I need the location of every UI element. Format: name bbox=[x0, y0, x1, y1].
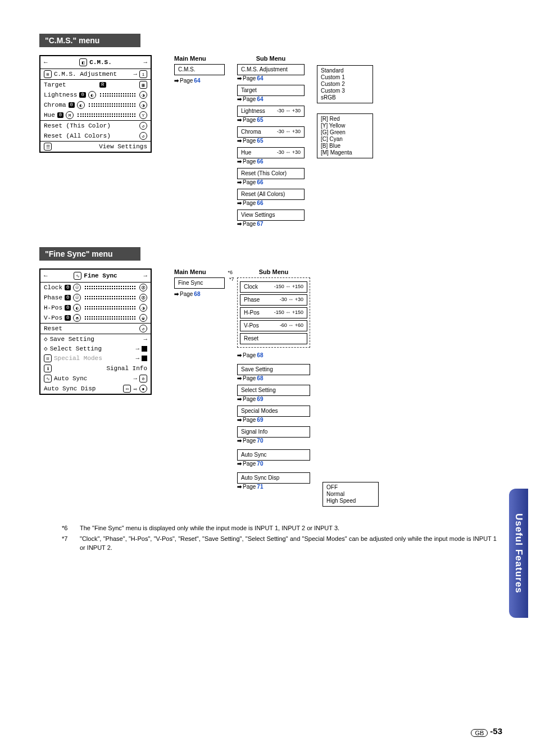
page-number: -53 bbox=[490, 726, 502, 736]
sub-box: Chroma-30 ↔ +30 bbox=[237, 126, 305, 138]
footnotes: *6The "Fine Sync" menu is displayed only… bbox=[62, 523, 497, 553]
cms-tree: Main Menu C.M.S. ➡Page 64 Sub Menu C.M.S… bbox=[174, 55, 373, 230]
page-link[interactable]: 67 bbox=[257, 221, 263, 227]
page-link[interactable]: 68 bbox=[194, 291, 200, 297]
select-setting-row: Select Setting bbox=[50, 345, 134, 352]
save-setting-row: Save Setting bbox=[50, 336, 142, 343]
vpos-value: 0 bbox=[65, 315, 71, 321]
sub-box: Auto Sync Disp bbox=[237, 472, 310, 484]
reset-icon: ↺ bbox=[139, 132, 147, 140]
signal-info-row: Signal Info bbox=[106, 365, 147, 372]
page-link[interactable]: 68 bbox=[257, 352, 263, 358]
lightness-label: Lightness bbox=[44, 92, 77, 98]
cms-adjustment-row: C.M.S. Adjustment bbox=[54, 71, 131, 78]
dec-icon: ⦾ bbox=[73, 294, 81, 302]
hpos-label: H-Pos bbox=[44, 304, 62, 311]
finesync-menu-heading: "Fine Sync" menu bbox=[39, 247, 140, 261]
finesync-osd: ← ∿Fine Sync → Clock0⦾⦿ Phase0⦾⦿ H-Pos0◐… bbox=[39, 268, 152, 395]
sub-box: H-Pos-150 ↔ +150 bbox=[240, 307, 307, 318]
arrow-right-icon: → bbox=[135, 345, 139, 352]
page-link[interactable]: 66 bbox=[257, 158, 263, 165]
on-icon: ● bbox=[139, 385, 147, 393]
phase-label: Phase bbox=[44, 294, 62, 301]
sub-box: Reset (This Color) bbox=[237, 168, 305, 179]
inc-icon: ◑ bbox=[139, 101, 147, 109]
page-link[interactable]: 64 bbox=[194, 78, 200, 84]
sub-box: Auto Sync bbox=[237, 449, 310, 461]
reset-icon: ↺ bbox=[139, 325, 147, 333]
modes-icon: ⊡ bbox=[44, 354, 52, 362]
sub-menu-heading: Sub Menu bbox=[237, 268, 310, 275]
section-tab: Useful Features bbox=[509, 489, 528, 618]
sub-box: View Settings bbox=[237, 210, 305, 221]
info-icon: ℹ bbox=[44, 365, 52, 372]
sub-box: Special Modes bbox=[237, 406, 310, 417]
clock-label: Clock bbox=[44, 284, 62, 291]
dec-icon: ◐ bbox=[77, 101, 85, 109]
inc-icon: Y bbox=[139, 111, 147, 119]
page-label: Page bbox=[243, 352, 256, 358]
sub-box: Lightness-30 ↔ +30 bbox=[237, 106, 305, 117]
osd-title: C.M.S. bbox=[89, 59, 112, 66]
page-link[interactable]: 66 bbox=[257, 200, 263, 206]
inc-icon: ◑ bbox=[139, 91, 147, 99]
sub-box: Hue-30 ↔ +30 bbox=[237, 147, 305, 158]
locale-badge: GB bbox=[471, 729, 488, 737]
phase-value: 0 bbox=[65, 295, 71, 300]
vpos-label: V-Pos bbox=[44, 315, 62, 321]
sub-box: Target bbox=[237, 85, 305, 96]
mode-indicator: 1 bbox=[139, 70, 147, 78]
finesync-tree: Main Menu Fine Sync ➡Page 68 *6 Sub Menu… bbox=[174, 268, 379, 507]
osd-title: Fine Sync bbox=[84, 272, 117, 279]
special-modes-row: Special Modes bbox=[54, 355, 133, 362]
page-label: Page bbox=[180, 78, 193, 84]
sub-box: C.M.S. Adjustment bbox=[237, 64, 305, 75]
sub-box: Save Setting bbox=[237, 364, 310, 375]
palette-icon: ▦ bbox=[139, 81, 147, 89]
adjust-icon: ⊞ bbox=[44, 70, 52, 78]
inc-icon: ◑ bbox=[139, 304, 147, 312]
sub-menu-heading: Sub Menu bbox=[237, 55, 305, 62]
arrow-right-icon: → bbox=[133, 375, 137, 382]
off-icon: ⊘ bbox=[139, 375, 147, 382]
page-link[interactable]: 64 bbox=[257, 96, 263, 102]
hue-value: 0 bbox=[57, 112, 63, 118]
disp-icon: ▭ bbox=[123, 385, 131, 393]
page-link[interactable]: 65 bbox=[257, 138, 263, 144]
note-7-text: "Clock", "Phase", "H-Pos", "V-Pos", "Res… bbox=[80, 534, 497, 553]
page-link[interactable]: 66 bbox=[257, 179, 263, 185]
footnote-marker-7: *7 bbox=[229, 276, 234, 282]
dec-icon: ◐ bbox=[73, 304, 81, 312]
dec-icon: M bbox=[66, 111, 74, 119]
clock-value: 0 bbox=[65, 285, 71, 290]
page-link[interactable]: 64 bbox=[257, 75, 263, 81]
target-value: R bbox=[99, 82, 106, 88]
page-link[interactable]: 69 bbox=[257, 396, 263, 402]
arrow-left-icon: ← bbox=[44, 272, 48, 279]
sub-box: V-Pos-60 ↔ +60 bbox=[240, 320, 307, 331]
diamond-icon: ◇ bbox=[44, 335, 48, 343]
inc-icon: ⦿ bbox=[139, 294, 147, 302]
cms-osd: ← ◧C.M.S. → ⊞ C.M.S. Adjustment →1 Targe… bbox=[39, 55, 152, 153]
view-icon: ☰ bbox=[44, 143, 52, 151]
autosync-disp-row: Auto Sync Disp bbox=[44, 385, 121, 392]
hpos-value: 0 bbox=[65, 305, 71, 311]
page-link[interactable]: 70 bbox=[257, 438, 263, 444]
fs-main-box: Fine Sync bbox=[174, 277, 225, 289]
page-link[interactable]: 65 bbox=[257, 117, 263, 123]
sub-box: Clock-150 ↔ +150 bbox=[240, 281, 307, 293]
page-link[interactable]: 71 bbox=[257, 484, 263, 490]
page-link[interactable]: 68 bbox=[257, 375, 263, 381]
sync-icon: ∿ bbox=[74, 272, 81, 280]
dec-icon: ⦾ bbox=[73, 284, 81, 292]
chroma-value: 0 bbox=[69, 102, 75, 108]
dec-icon: ◓ bbox=[73, 314, 81, 322]
sync-icon: ∿ bbox=[44, 375, 52, 382]
page-link[interactable]: 70 bbox=[257, 461, 263, 467]
page-link[interactable]: 69 bbox=[257, 417, 263, 423]
sub-box: Phase-30 ↔ +30 bbox=[240, 294, 307, 306]
diamond-icon: ◇ bbox=[44, 345, 48, 352]
main-menu-heading: Main Menu bbox=[174, 268, 219, 275]
sub-box: Signal Info bbox=[237, 426, 310, 438]
note-6-tag: *6 bbox=[62, 523, 75, 533]
